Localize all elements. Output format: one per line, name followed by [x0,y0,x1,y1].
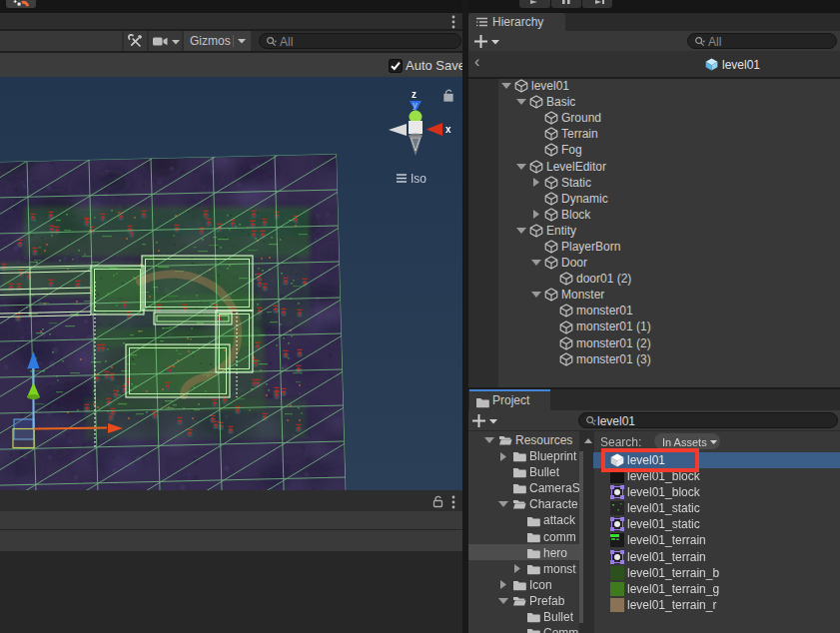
svg-text:x: x [445,124,451,135]
svg-text:Iso: Iso [411,172,426,186]
svg-text:z: z [412,89,417,100]
svg-text:y: y [413,100,418,110]
